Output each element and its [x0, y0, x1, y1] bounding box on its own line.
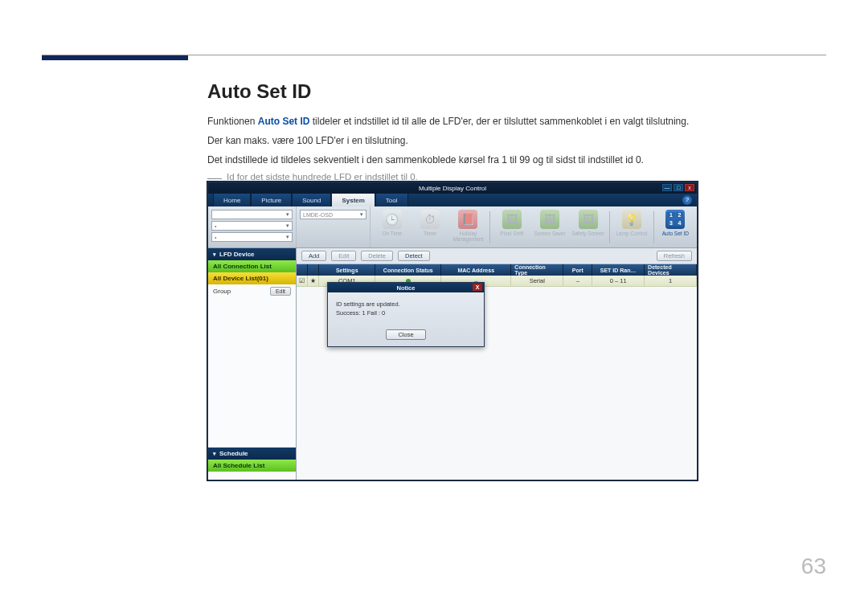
lamp-label: Lamp Control: [616, 231, 647, 236]
edit-button[interactable]: Edit: [331, 251, 356, 261]
col-check: [297, 264, 308, 276]
window-max-button[interactable]: □: [674, 184, 683, 191]
tab-tool[interactable]: Tool: [375, 194, 408, 206]
clock-icon: 🕒: [383, 210, 402, 229]
app-titlebar: Multiple Display Control — □ x: [208, 182, 697, 194]
dialog-title: Notice: [397, 284, 416, 292]
delete-button[interactable]: Delete: [361, 251, 393, 261]
sidebar-item-all-schedule[interactable]: All Schedule List: [208, 460, 296, 472]
dialog-footer: Close: [328, 326, 484, 346]
col-settings: Settings: [319, 264, 375, 276]
pixel-label: Pixel Shift: [500, 231, 523, 236]
screen-saver-icon[interactable]: 🖼Screen Saver: [534, 210, 567, 245]
holiday-icon[interactable]: 📕Holiday Management: [452, 210, 485, 245]
lamp-control-icon[interactable]: 💡Lamp Control: [615, 210, 648, 245]
note-text: Id for det sidste hundrede LFD er indsti…: [227, 172, 418, 182]
page-accent: [42, 55, 188, 60]
tab-home[interactable]: Home: [213, 194, 251, 206]
col-setid-range: SET ID Ran…: [592, 264, 645, 276]
table-header: Settings Connection Status MAC Address C…: [297, 264, 697, 276]
holiday-label: Holiday Management: [452, 231, 485, 242]
dialog-titlebar: Notice X: [328, 283, 484, 292]
dialog-line2: Success: 1 Fail : 0: [336, 309, 476, 318]
col-port: Port: [563, 264, 592, 276]
sidebar: LFD Device All Connection List All Devic…: [208, 248, 297, 480]
window-close-button[interactable]: x: [685, 184, 694, 191]
toolbar-divider-3: [653, 211, 654, 243]
device-combo-1[interactable]: [211, 210, 293, 219]
col-fav: [308, 264, 319, 276]
timer-icon[interactable]: ⏱Timer: [413, 210, 446, 245]
col-mac: MAC Address: [441, 264, 511, 276]
para1-keyword: Auto Set ID: [258, 116, 310, 127]
landscape-icon: 🖼: [502, 210, 522, 229]
window-min-button[interactable]: —: [662, 184, 672, 191]
dialog-line1: ID settings are updated.: [336, 300, 476, 309]
grid-3: 3: [667, 220, 675, 226]
tab-picture[interactable]: Picture: [251, 194, 292, 206]
dialog-close-button[interactable]: X: [473, 284, 482, 291]
col-detected: Detected Devices: [645, 264, 697, 276]
grid-4: 4: [676, 220, 684, 226]
intro-para-1: Funktionen Auto Set ID tildeler et indst…: [207, 114, 699, 129]
device-combo-3[interactable]: •: [211, 232, 293, 242]
row-check[interactable]: ☑: [297, 276, 308, 286]
grid-numbers-icon: 1 2 3 4: [665, 210, 685, 229]
auto-set-id-button[interactable]: 1 2 3 4 Auto Set ID: [659, 210, 692, 245]
menu-bar: Home Picture Sound System Tool ?: [208, 194, 697, 206]
device-combo-2[interactable]: •: [211, 221, 293, 231]
toolbar-divider-2: [609, 211, 610, 243]
ontime-label: On Time: [382, 231, 402, 236]
ribbon-toolbar: • • LMDE-OSD 🕒On Time ⏱Timer 📕Holiday Ma…: [208, 206, 697, 248]
sidebar-section-lfd[interactable]: LFD Device: [208, 248, 296, 260]
tab-sound[interactable]: Sound: [292, 194, 331, 206]
ontime-icon[interactable]: 🕒On Time: [375, 210, 408, 245]
intro-para-2: Der kan maks. være 100 LFD'er i en tilsl…: [207, 133, 699, 148]
para1-pre: Funktionen: [207, 116, 258, 127]
calendar-red-icon: 📕: [458, 210, 477, 229]
toolbar-divider: [489, 211, 490, 243]
model-combo[interactable]: LMDE-OSD: [300, 210, 366, 219]
grid-2: 2: [676, 212, 684, 218]
notice-dialog: Notice X ID settings are updated. Succes…: [327, 282, 485, 347]
col-connection-type: Connection Type: [511, 264, 563, 276]
grid-1: 1: [667, 212, 675, 218]
auto-set-id-label: Auto Set ID: [662, 231, 689, 236]
add-button[interactable]: Add: [301, 251, 326, 261]
help-button[interactable]: ?: [682, 195, 692, 205]
dialog-body: ID settings are updated. Success: 1 Fail…: [328, 292, 484, 326]
pixel-shift-icon[interactable]: 🖼Pixel Shift: [495, 210, 528, 245]
refresh-button[interactable]: Refresh: [657, 251, 692, 261]
page-heading: Auto Set ID: [207, 80, 699, 103]
timer-glyph-icon: ⏱: [420, 210, 440, 229]
landscape-icon: 🖼: [579, 210, 598, 229]
row-detected: 1: [645, 276, 697, 286]
bulb-icon: 💡: [622, 210, 641, 229]
col-connection-status: Connection Status: [375, 264, 441, 276]
row-type: Serial: [511, 276, 563, 286]
action-row: Add Edit Delete Detect Refresh: [297, 248, 697, 264]
tab-system[interactable]: System: [331, 194, 375, 206]
dialog-close-ok-button[interactable]: Close: [386, 329, 425, 340]
safety-screen-icon[interactable]: 🖼Safety Screen: [571, 210, 604, 245]
sidebar-list: Group Edit: [208, 284, 296, 447]
para1-post: tildeler et indstillet id til alle de LF…: [309, 116, 689, 127]
edit-group-button[interactable]: Edit: [270, 287, 291, 296]
landscape-icon: 🖼: [540, 210, 559, 229]
note-dash-icon: [207, 178, 222, 179]
sidebar-item-all-connection[interactable]: All Connection List: [208, 260, 296, 272]
toolbar-mid-group: LMDE-OSD: [297, 206, 371, 247]
note: Id for det sidste hundrede LFD er indsti…: [207, 172, 699, 182]
intro-para-3: Det indstillede id tildeles sekventielt …: [207, 153, 699, 167]
sidebar-item-all-device[interactable]: All Device List(01): [208, 272, 296, 284]
row-range: 0 – 11: [592, 276, 645, 286]
detect-button[interactable]: Detect: [398, 251, 430, 261]
safety-label: Safety Screen: [571, 231, 604, 236]
app-title: Multiple Display Control: [419, 185, 486, 192]
row-port: –: [563, 276, 592, 286]
page-number: 63: [801, 554, 826, 579]
sidebar-section-schedule[interactable]: Schedule: [208, 447, 296, 460]
group-label: Group: [213, 288, 231, 295]
toolbar-icons: 🕒On Time ⏱Timer 📕Holiday Management 🖼Pix…: [371, 206, 697, 247]
row-fav[interactable]: ★: [308, 276, 319, 286]
